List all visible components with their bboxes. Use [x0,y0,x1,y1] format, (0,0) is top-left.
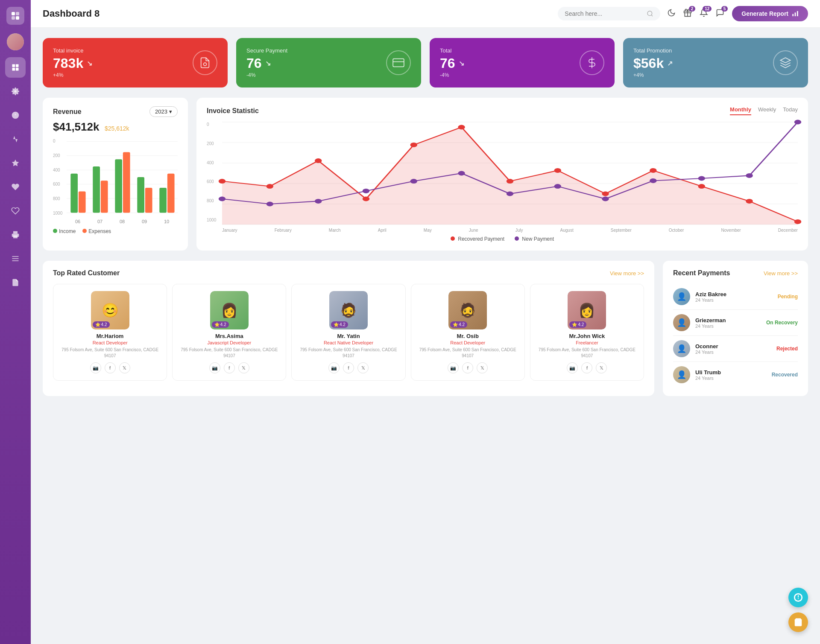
gift-icon-btn[interactable]: 2 [683,9,692,19]
sidebar-item-docs[interactable] [5,272,26,293]
payment-item-2: 👤 Oconner 24 Years Rejected [673,336,798,362]
customer-address-0: 795 Folsom Ave, Suite 600 San Francisco,… [58,347,162,359]
instagram-4[interactable]: 📷 [567,362,578,373]
instagram-1[interactable]: 📷 [209,362,220,373]
search-bar[interactable] [558,7,660,20]
stat-card-promotion: Total Promotion $56k ↗ +4% [623,38,808,87]
svg-point-69 [507,192,513,196]
income-dot [53,229,57,233]
tab-weekly[interactable]: Weekly [758,106,776,115]
svg-point-74 [746,173,753,178]
sidebar-item-dashboard[interactable] [5,57,26,78]
customer-address-1: 795 Folsom Ave, Suite 600 San Francisco,… [177,347,281,359]
twitter-1[interactable]: 𝕏 [238,362,249,373]
svg-rect-1 [16,12,19,15]
customer-name-1: Mrs.Asima [177,333,281,339]
fab-container [788,588,808,632]
sidebar-item-menu[interactable] [5,248,26,269]
customer-socials-2: 📷 f 𝕏 [296,362,401,373]
sidebar-item-analytics[interactable] [5,129,26,149]
year-selector[interactable]: 2023 ▾ [149,106,178,117]
svg-rect-42 [167,174,175,213]
promo-icon [773,50,798,75]
svg-point-61 [746,199,753,204]
payments-view-more[interactable]: View more >> [764,270,798,277]
chat-icon-btn[interactable]: 5 [716,9,724,19]
svg-rect-4 [12,64,15,67]
payment-icon [386,50,411,75]
sidebar-item-settings[interactable] [5,81,26,102]
fab-cart[interactable] [788,612,808,632]
customers-view-more[interactable]: View more >> [610,270,644,277]
generate-report-button[interactable]: Generate Report [732,6,808,21]
twitter-0[interactable]: 𝕏 [119,362,130,373]
svg-rect-3 [16,16,19,20]
search-input[interactable] [565,10,643,17]
invoice-title: Invoice Statistic [207,107,259,115]
sidebar-item-print[interactable] [5,224,26,245]
bar-chart-icon [792,10,799,17]
y-axis-labels: 1000 800 600 400 200 0 [53,139,62,216]
svg-rect-20 [797,11,798,16]
customer-role-2: React Native Developer [296,340,401,345]
customer-card-2: 🧔 ⭐ 4.2 Mr. Yatin React Native Developer… [291,284,405,381]
instagram-3[interactable]: 📷 [448,362,459,373]
fab-support[interactable] [788,588,808,607]
revenue-card: Revenue 2023 ▾ $41,512k $25,612k 1000 80… [43,98,188,251]
sidebar-item-star[interactable] [5,153,26,173]
chart-legend: Income Expenses [53,228,178,234]
sidebar-item-info[interactable] [5,105,26,125]
charts-row: Revenue 2023 ▾ $41,512k $25,612k 1000 80… [43,98,808,251]
facebook-0[interactable]: f [105,362,116,373]
svg-rect-41 [159,188,167,213]
payment-avatar-3: 👤 [673,366,690,383]
revenue-compare: $25,612k [105,125,129,132]
customer-card-1: 👩 ⭐ 4.2 Mrs.Asima Javascript Developer 7… [172,284,286,381]
sidebar-logo[interactable] [6,7,24,25]
customer-name-0: Mr.Hariom [58,333,162,339]
svg-point-51 [266,184,273,189]
facebook-1[interactable]: f [224,362,235,373]
sidebar-item-favorites[interactable] [5,177,26,197]
svg-point-63 [219,197,226,201]
header: Dashboard 8 2 12 5 Generate Report [31,0,820,28]
facebook-2[interactable]: f [343,362,354,373]
user-avatar[interactable] [7,33,24,50]
svg-rect-22 [792,14,794,16]
twitter-2[interactable]: 𝕏 [357,362,369,373]
payment-status-0: Pending [778,294,798,300]
bell-icon-btn[interactable]: 12 [700,9,708,19]
instagram-0[interactable]: 📷 [90,362,101,373]
twitter-3[interactable]: 𝕏 [477,362,488,373]
svg-point-60 [698,184,705,189]
svg-point-72 [650,178,656,183]
svg-rect-40 [145,188,152,213]
svg-point-71 [602,197,609,201]
dark-mode-toggle[interactable] [667,9,676,19]
invoice-change: +4% [53,72,193,78]
payment-status-2: Rejected [776,346,798,352]
sidebar-item-favorites2[interactable] [5,201,26,221]
svg-point-64 [266,202,273,207]
customer-avatar-4: 👩 ⭐ 4.2 [568,291,606,329]
facebook-4[interactable]: f [581,362,592,373]
invoice-icon [193,50,217,75]
svg-marker-11 [12,160,19,166]
twitter-4[interactable]: 𝕏 [596,362,607,373]
customer-name-4: Mr.John Wick [535,333,639,339]
customer-role-3: React Developer [416,340,520,345]
facebook-3[interactable]: f [462,362,473,373]
svg-point-55 [458,125,465,130]
svg-rect-36 [101,181,108,213]
svg-point-62 [794,219,801,224]
bottom-row: Top Rated Customer View more >> 😊 ⭐ 4.2 … [43,261,808,396]
customer-socials-4: 📷 f 𝕏 [535,362,639,373]
tab-monthly[interactable]: Monthly [730,106,751,115]
payment-item-3: 👤 Uli Trumb 24 Years Recovered [673,362,798,388]
instagram-2[interactable]: 📷 [328,362,340,373]
bar-chart: 1000 800 600 400 200 0 [53,139,178,224]
promo-value: $56k ↗ [633,55,773,71]
line-chart-svg [222,122,798,224]
tab-today[interactable]: Today [783,106,798,115]
svg-point-58 [602,192,609,196]
